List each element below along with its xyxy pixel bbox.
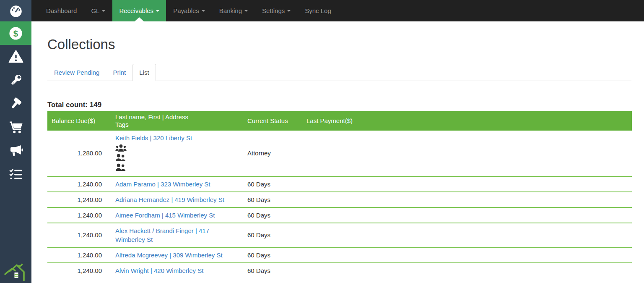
- nav-item-receivables[interactable]: Receivables: [112, 0, 166, 21]
- balance-cell: 1,240.00: [47, 192, 107, 207]
- table-row: 1,240.00 Alfreda Mcgreevey | 309 Wimberl…: [47, 247, 632, 263]
- sidebar-item-alerts[interactable]: [0, 45, 31, 68]
- nav-item-payables[interactable]: Payables: [166, 0, 212, 21]
- sidebar-item-dashboard[interactable]: [0, 0, 31, 21]
- status-cell: 60 Days: [239, 176, 298, 192]
- users-icon[interactable]: [115, 163, 126, 171]
- nav-item-sync-log[interactable]: Sync Log: [298, 0, 338, 21]
- shopping-cart-icon: [8, 120, 23, 135]
- chevron-down-icon: [202, 10, 205, 12]
- balance-cell: 1,240.00: [47, 263, 107, 278]
- name-cell: Alex Hackett / Brandi Finger | 417 Wimbe…: [107, 223, 239, 247]
- nav-item-gl[interactable]: GL: [84, 0, 112, 21]
- megaphone-icon: [8, 143, 23, 158]
- nav-item-dashboard[interactable]: Dashboard: [39, 0, 84, 21]
- tag-stack: [115, 144, 236, 171]
- sidebar: $: [0, 0, 31, 283]
- sidebar-item-purchasing[interactable]: [0, 115, 31, 139]
- name-cell: Adriana Hernandez | 419 Wimberley St: [107, 192, 239, 207]
- table-row: 1,240.00 Adam Paramo | 323 Wimberley St …: [47, 176, 632, 192]
- customer-link[interactable]: Alfreda Mcgreevey | 309 Wimberley St: [115, 252, 223, 259]
- nav-item-label: GL: [91, 7, 99, 14]
- home-logo-icon[interactable]: [0, 261, 31, 281]
- chevron-down-icon: [102, 10, 105, 12]
- users-icon[interactable]: [115, 154, 126, 162]
- name-cell: Keith Fields | 320 Liberty St: [107, 131, 239, 176]
- customer-link[interactable]: Keith Fields | 320 Liberty St: [115, 134, 192, 142]
- last-payment-cell: [298, 223, 632, 247]
- customer-link[interactable]: Aimee Fordham | 415 Wimberley St: [115, 212, 215, 219]
- gauge-icon: [8, 3, 24, 19]
- sidebar-item-communications[interactable]: [0, 139, 31, 162]
- warning-triangle-icon: [8, 49, 23, 64]
- name-cell: Adam Paramo | 323 Wimberley St: [107, 176, 239, 192]
- balance-cell: 1,240.00: [47, 223, 107, 247]
- last-payment-cell: [298, 263, 632, 278]
- top-navbar: Dashboard GL Receivables Payables Bankin…: [31, 0, 644, 21]
- name-cell: Alfreda Mcgreevey | 309 Wimberley St: [107, 247, 239, 263]
- chevron-down-icon: [287, 10, 291, 12]
- svg-text:$: $: [13, 29, 18, 38]
- balance-cell: 1,280.00: [47, 131, 107, 176]
- status-cell: 60 Days: [239, 223, 298, 247]
- sidebar-item-money[interactable]: $: [0, 21, 31, 45]
- dollar-circle-icon: $: [8, 26, 23, 41]
- name-cell: Aimee Fordham | 415 Wimberley St: [107, 207, 239, 223]
- sidebar-item-todos[interactable]: [0, 162, 31, 186]
- sidebar-item-maintenance[interactable]: [0, 68, 31, 92]
- status-cell: 60 Days: [239, 192, 298, 207]
- tab-review-pending[interactable]: Review Pending: [47, 64, 106, 81]
- table-header-row: Balance Due($) Last name, First | Addres…: [47, 111, 632, 131]
- balance-cell: 1,240.00: [47, 207, 107, 223]
- table-row: 1,240.00 Alex Hackett / Brandi Finger | …: [47, 223, 632, 247]
- page-title: Collections: [47, 37, 631, 52]
- table-row: 1,240.00 Alvin Wright | 420 Wimberley St…: [47, 263, 632, 278]
- nav-item-banking[interactable]: Banking: [212, 0, 255, 21]
- table-row: 1,240.00 Adriana Hernandez | 419 Wimberl…: [47, 192, 632, 207]
- users-icon[interactable]: [115, 144, 127, 152]
- hammer-icon: [9, 97, 23, 111]
- last-payment-cell: [298, 131, 632, 176]
- column-header-balance-due: Balance Due($): [47, 111, 107, 131]
- name-cell: Alvin Wright | 420 Wimberley St: [107, 263, 239, 278]
- nav-item-label: Settings: [262, 7, 285, 14]
- column-header-current-status: Current Status: [239, 111, 298, 131]
- tab-list[interactable]: List: [132, 64, 156, 81]
- customer-link[interactable]: Alex Hackett / Brandi Finger | 417 Wimbe…: [115, 227, 209, 243]
- collections-table: Balance Due($) Last name, First | Addres…: [47, 111, 632, 278]
- column-header-line1: Last name, First | Address: [115, 113, 236, 121]
- column-header-last-payment: Last Payment($): [298, 111, 632, 131]
- tasks-checklist-icon: [9, 167, 23, 181]
- status-cell: 60 Days: [239, 247, 298, 263]
- balance-cell: 1,240.00: [47, 176, 107, 192]
- chevron-down-icon: [244, 10, 248, 12]
- customer-link[interactable]: Adriana Hernandez | 419 Wimberley St: [115, 196, 224, 203]
- column-header-line2: Tags: [115, 121, 236, 128]
- nav-item-label: Banking: [219, 7, 242, 14]
- main-content: Collections Review Pending Print List To…: [31, 0, 644, 278]
- status-cell: 60 Days: [239, 263, 298, 278]
- balance-cell: 1,240.00: [47, 247, 107, 263]
- tab-bar: Review Pending Print List: [47, 64, 631, 81]
- tab-print[interactable]: Print: [106, 64, 132, 81]
- last-payment-cell: [298, 176, 632, 192]
- table-row: 1,240.00 Aimee Fordham | 415 Wimberley S…: [47, 207, 632, 223]
- total-count: Total count: 149: [47, 101, 631, 109]
- last-payment-cell: [298, 207, 632, 223]
- sidebar-item-projects[interactable]: [0, 92, 31, 115]
- nav-item-settings[interactable]: Settings: [255, 0, 298, 21]
- column-header-name-address-tags: Last name, First | Address Tags: [107, 111, 239, 131]
- chevron-down-icon: [156, 10, 159, 12]
- wrench-icon: [9, 73, 23, 87]
- last-payment-cell: [298, 192, 632, 207]
- nav-item-label: Payables: [173, 7, 199, 14]
- last-payment-cell: [298, 247, 632, 263]
- table-row: 1,280.00 Keith Fields | 320 Liberty St: [47, 131, 632, 176]
- nav-item-label: Dashboard: [46, 7, 77, 14]
- nav-item-label: Sync Log: [305, 7, 331, 14]
- status-cell: Attorney: [239, 131, 298, 176]
- customer-link[interactable]: Adam Paramo | 323 Wimberley St: [115, 181, 210, 188]
- customer-link[interactable]: Alvin Wright | 420 Wimberley St: [115, 267, 203, 274]
- status-cell: 60 Days: [239, 207, 298, 223]
- nav-item-label: Receivables: [119, 7, 153, 14]
